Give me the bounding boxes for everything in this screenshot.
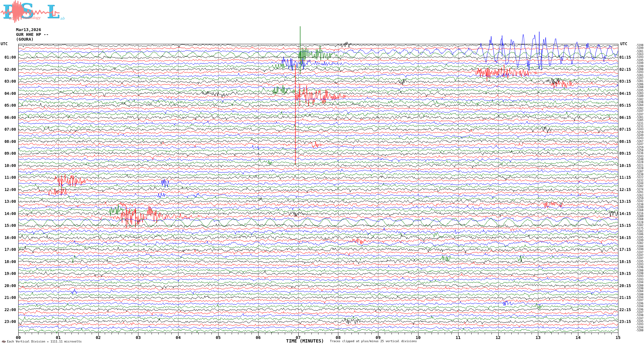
trace-offset-value: -5209 — [628, 215, 643, 218]
trace-offset-value: -5208 — [628, 86, 643, 89]
trace-offset-value: -5205 — [628, 119, 643, 122]
trace-offset-value: -5222 — [628, 176, 643, 179]
trace-offset-value: -5207 — [628, 170, 643, 173]
logo-seismic-squiggle-icon — [1, 0, 69, 26]
trace-offset-value: -5195 — [628, 59, 643, 62]
minute-tick-label: 04 — [173, 335, 184, 340]
minute-tick-label: 06 — [253, 335, 264, 340]
utc-label-right: UTC — [620, 42, 627, 46]
trace-offset-value: -5248 — [628, 158, 643, 161]
trace-offset-value: -5259 — [628, 131, 643, 134]
trace-offset-value: -5197 — [628, 110, 643, 113]
trace-offset-value: -5291 — [628, 191, 643, 194]
trace-offset-value: -5203 — [628, 92, 643, 95]
trace-offset-value: -5190 — [628, 287, 643, 290]
left-time-label: 02:00 — [0, 68, 16, 71]
trace-offset-value: -5243 — [628, 137, 643, 140]
trace-offset-value: -5198 — [628, 101, 643, 104]
trace-offset-value: -5199 — [628, 47, 643, 50]
minute-tick-label: 12 — [493, 335, 504, 340]
trace-offset-value: -5197 — [628, 299, 643, 302]
scale-mark-icon — [2, 340, 6, 343]
trace-offset-value: -5189 — [628, 95, 643, 98]
trace-offset-value: -5180 — [628, 293, 643, 296]
trace-offset-value: -5200 — [628, 68, 643, 71]
trace-offset-value: -5220 — [628, 167, 643, 170]
trace-offset-value: -5194 — [628, 296, 643, 299]
trace-offset-value: -5267 — [628, 140, 643, 143]
trace-offset-value: -5230 — [628, 203, 643, 206]
trace-offset-value: -5195 — [628, 320, 643, 323]
trace-offset-value: -5201 — [628, 116, 643, 119]
header-station: GUR HHE HP -- — [16, 32, 49, 37]
trace-offset-value: -5199 — [628, 65, 643, 68]
trace-offset-value: -5243 — [628, 155, 643, 158]
left-time-label: 04:00 — [0, 92, 16, 95]
minute-tick-label: 09 — [373, 335, 384, 340]
trace-offset-value: -5249 — [628, 134, 643, 137]
helicorder-screen: { "logo": {"p":"P","s":"S","l":"L","atra… — [0, 0, 644, 346]
trace-offset-value: -5274 — [628, 188, 643, 191]
left-time-label: 14:00 — [0, 212, 16, 216]
trace-offset-value: -5199 — [628, 206, 643, 209]
left-time-label: 15:00 — [0, 224, 16, 227]
trace-offset-value: -5197 — [628, 251, 643, 254]
minute-tick-label: 11 — [453, 335, 464, 340]
trace-offset-value: -5193 — [628, 278, 643, 281]
x-axis-title: TIME (MINUTES) — [286, 339, 324, 343]
left-time-label: 10:00 — [0, 164, 16, 168]
trace-offset-value: -5262 — [628, 194, 643, 197]
trace-offset-value: -5186 — [628, 233, 643, 236]
trace-offset-value: -5206 — [628, 83, 643, 86]
left-time-label: 01:00 — [0, 55, 16, 59]
trace-offset-value: -5221 — [628, 164, 643, 167]
trace-offset-value: -5204 — [628, 290, 643, 293]
clip-note: Traces clipped at plus/minus 25 vertical… — [330, 340, 417, 343]
left-time-label: 16:00 — [0, 236, 16, 240]
trace-offset-value: -5202 — [628, 107, 643, 110]
trace-offset-value: -5193 — [628, 56, 643, 59]
left-time-label: 22:00 — [0, 308, 16, 312]
trace-offset-value: -5231 — [628, 125, 643, 128]
trace-offset-value: -5204 — [628, 104, 643, 107]
minute-tick-label: 00 — [13, 335, 24, 340]
trace-offset-value: -5230 — [628, 173, 643, 176]
trace-offset-value: -5259 — [628, 146, 643, 149]
trace-offset-value: -5244 — [628, 182, 643, 185]
trace-offset-value: -5198 — [628, 314, 643, 317]
trace-offset-value: -5196 — [628, 302, 643, 305]
trace-offset-value: -5196 — [628, 266, 643, 269]
left-time-label: 06:00 — [0, 116, 16, 119]
trace-offset-value: -5195 — [628, 89, 643, 92]
trace-offset-value: -5199 — [628, 248, 643, 251]
trace-offset-value: -5282 — [628, 185, 643, 188]
trace-offset-value: -5182 — [628, 224, 643, 227]
trace-offset-value: -5194 — [628, 305, 643, 308]
trace-offset-value: -5197 — [628, 257, 643, 260]
utc-label-left: UTC — [1, 42, 8, 46]
minute-tick-label: 05 — [213, 335, 224, 340]
minute-tick-label: 08 — [333, 335, 343, 340]
trace-offset-value: -5199 — [628, 239, 643, 242]
trace-offset-value: -5236 — [628, 152, 643, 155]
left-time-label: 05:00 — [0, 103, 16, 107]
left-time-label: 08:00 — [0, 140, 16, 144]
trace-offset-value: -5197 — [628, 317, 643, 320]
minute-tick-label: 01 — [53, 335, 64, 340]
minute-tick-label: 13 — [533, 335, 543, 340]
left-time-label: 20:00 — [0, 284, 16, 288]
left-time-label: 21:00 — [0, 296, 16, 300]
left-time-label: 07:00 — [0, 128, 16, 131]
trace-offset-value: -5200 — [628, 284, 643, 287]
trace-offset-value: -5201 — [628, 74, 643, 77]
trace-offset-value: -5247 — [628, 143, 643, 146]
trace-offset-value: -5182 — [628, 230, 643, 233]
left-time-label: 23:00 — [0, 320, 16, 324]
trace-offset-value: -5259 — [628, 197, 643, 200]
trace-offset-value: -5242 — [628, 200, 643, 203]
trace-offset-value: -5184 — [628, 245, 643, 248]
trace-offset-value: -5193 — [628, 71, 643, 74]
trace-offset-value: -5194 — [628, 326, 643, 329]
trace-offset-value: -5250 — [628, 149, 643, 152]
trace-offset-value: -5197 — [628, 113, 643, 116]
